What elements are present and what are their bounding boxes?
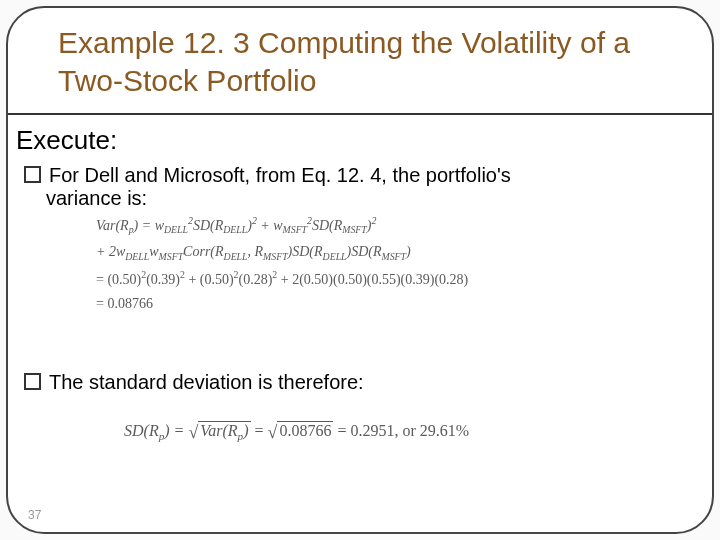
divider — [8, 113, 712, 115]
stddev-formula: SD(Rp) = √Var(Rp) = √0.08766 = 0.2951, o… — [124, 416, 686, 448]
slide-title: Example 12. 3 Computing the Volatility o… — [58, 24, 686, 99]
page-number: 37 — [28, 508, 41, 522]
bullet-1: For Dell and Microsoft, from Eq. 12. 4, … — [24, 164, 686, 210]
bullet-1-line1: For Dell and Microsoft, from Eq. 12. 4, … — [49, 164, 511, 186]
math-line1: Var(Rp) = wDELL2SD(RDELL)2 + wMSFT2SD(RM… — [96, 212, 686, 239]
body-area: For Dell and Microsoft, from Eq. 12. 4, … — [24, 164, 686, 448]
bullet-1-line2: variance is: — [46, 187, 147, 209]
bullet-square-icon — [24, 373, 41, 390]
math-line4: = 0.08766 — [96, 291, 686, 316]
radical-icon: √ — [268, 422, 278, 442]
math-line3: = (0.50)2(0.39)2 + (0.50)2(0.28)2 + 2(0.… — [96, 266, 686, 292]
radical-icon: √ — [188, 422, 198, 442]
variance-formula: Var(Rp) = wDELL2SD(RDELL)2 + wMSFT2SD(RM… — [96, 212, 686, 317]
section-heading: Execute: — [16, 125, 712, 156]
bullet-2: The standard deviation is therefore: — [24, 371, 686, 394]
bullet-2-text: The standard deviation is therefore: — [49, 371, 364, 393]
math-line2: + 2wDELLwMSFTCorr(RDELL, RMSFT)SD(RDELL)… — [96, 239, 686, 265]
spacer — [24, 317, 686, 371]
bullet-square-icon — [24, 166, 41, 183]
slide-frame: Example 12. 3 Computing the Volatility o… — [6, 6, 714, 534]
